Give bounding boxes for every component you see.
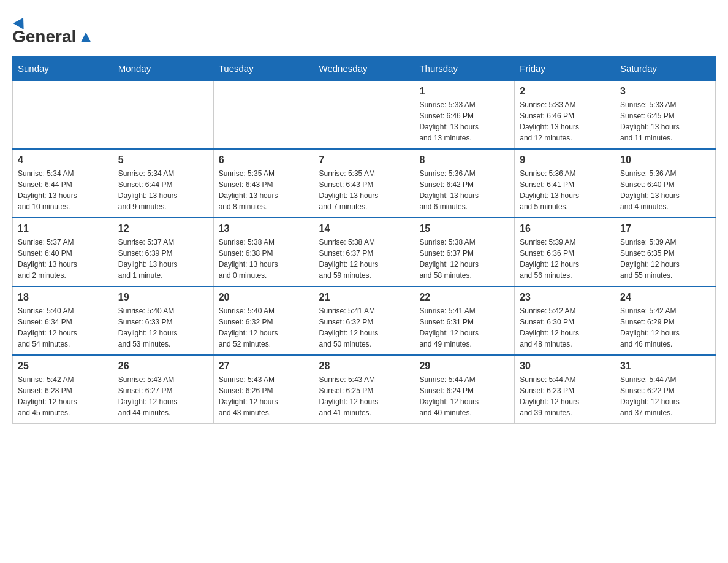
calendar-cell: 2Sunrise: 5:33 AMSunset: 6:46 PMDaylight… [515, 80, 615, 149]
calendar-cell: 18Sunrise: 5:40 AMSunset: 6:34 PMDayligh… [13, 286, 113, 355]
day-info: Sunrise: 5:44 AMSunset: 6:24 PMDaylight:… [419, 374, 509, 418]
day-number: 10 [620, 155, 710, 166]
calendar-cell: 15Sunrise: 5:38 AMSunset: 6:37 PMDayligh… [414, 218, 515, 286]
calendar-cell: 16Sunrise: 5:39 AMSunset: 6:36 PMDayligh… [515, 218, 615, 286]
day-number: 23 [520, 292, 610, 303]
day-info: Sunrise: 5:36 AMSunset: 6:40 PMDaylight:… [620, 168, 710, 212]
calendar-week-row: 4Sunrise: 5:34 AMSunset: 6:44 PMDaylight… [13, 149, 716, 218]
weekday-header: Monday [113, 57, 213, 81]
day-info: Sunrise: 5:38 AMSunset: 6:37 PMDaylight:… [419, 237, 509, 281]
calendar-week-row: 18Sunrise: 5:40 AMSunset: 6:34 PMDayligh… [13, 286, 716, 355]
day-number: 19 [118, 292, 208, 303]
calendar-cell: 17Sunrise: 5:39 AMSunset: 6:35 PMDayligh… [615, 218, 716, 286]
calendar-cell: 25Sunrise: 5:42 AMSunset: 6:28 PMDayligh… [13, 355, 113, 424]
weekday-header-row: SundayMondayTuesdayWednesdayThursdayFrid… [13, 57, 716, 81]
day-info: Sunrise: 5:35 AMSunset: 6:43 PMDaylight:… [219, 168, 309, 212]
day-number: 30 [520, 361, 610, 372]
day-number: 17 [620, 223, 710, 234]
calendar-week-row: 11Sunrise: 5:37 AMSunset: 6:40 PMDayligh… [13, 218, 716, 286]
calendar-cell: 23Sunrise: 5:42 AMSunset: 6:30 PMDayligh… [515, 286, 615, 355]
day-info: Sunrise: 5:38 AMSunset: 6:37 PMDaylight:… [319, 237, 409, 281]
day-info: Sunrise: 5:42 AMSunset: 6:28 PMDaylight:… [18, 374, 108, 418]
day-number: 16 [520, 223, 610, 234]
day-number: 27 [219, 361, 309, 372]
calendar-cell: 24Sunrise: 5:42 AMSunset: 6:29 PMDayligh… [615, 286, 716, 355]
calendar-cell: 3Sunrise: 5:33 AMSunset: 6:45 PMDaylight… [615, 80, 716, 149]
day-info: Sunrise: 5:34 AMSunset: 6:44 PMDaylight:… [18, 168, 108, 212]
calendar-cell: 5Sunrise: 5:34 AMSunset: 6:44 PMDaylight… [113, 149, 213, 218]
day-info: Sunrise: 5:42 AMSunset: 6:30 PMDaylight:… [520, 305, 610, 350]
calendar-cell [213, 80, 314, 149]
calendar-week-row: 1Sunrise: 5:33 AMSunset: 6:46 PMDaylight… [13, 80, 716, 149]
calendar-cell: 12Sunrise: 5:37 AMSunset: 6:39 PMDayligh… [113, 218, 213, 286]
calendar-cell: 9Sunrise: 5:36 AMSunset: 6:41 PMDaylight… [515, 149, 615, 218]
calendar-cell: 4Sunrise: 5:34 AMSunset: 6:44 PMDaylight… [13, 149, 113, 218]
day-number: 8 [419, 155, 509, 166]
day-info: Sunrise: 5:37 AMSunset: 6:40 PMDaylight:… [18, 237, 108, 281]
logo-general-part: General [12, 27, 76, 46]
day-info: Sunrise: 5:39 AMSunset: 6:35 PMDaylight:… [620, 237, 710, 281]
day-number: 14 [319, 223, 409, 234]
day-info: Sunrise: 5:44 AMSunset: 6:22 PMDaylight:… [620, 374, 710, 418]
calendar-cell: 26Sunrise: 5:43 AMSunset: 6:27 PMDayligh… [113, 355, 213, 424]
day-info: Sunrise: 5:40 AMSunset: 6:33 PMDaylight:… [118, 305, 208, 350]
calendar-cell [314, 80, 414, 149]
day-info: Sunrise: 5:33 AMSunset: 6:46 PMDaylight:… [419, 99, 509, 144]
day-number: 26 [118, 361, 208, 372]
calendar-cell [13, 80, 113, 149]
day-number: 6 [219, 155, 309, 166]
day-number: 20 [219, 292, 309, 303]
calendar-cell: 20Sunrise: 5:40 AMSunset: 6:32 PMDayligh… [213, 286, 314, 355]
calendar-cell: 8Sunrise: 5:36 AMSunset: 6:42 PMDaylight… [414, 149, 515, 218]
calendar-cell: 13Sunrise: 5:38 AMSunset: 6:38 PMDayligh… [213, 218, 314, 286]
calendar-cell: 27Sunrise: 5:43 AMSunset: 6:26 PMDayligh… [213, 355, 314, 424]
day-number: 25 [18, 361, 108, 372]
day-number: 13 [219, 223, 309, 234]
day-info: Sunrise: 5:39 AMSunset: 6:36 PMDaylight:… [520, 237, 610, 281]
calendar-cell: 22Sunrise: 5:41 AMSunset: 6:31 PMDayligh… [414, 286, 515, 355]
day-info: Sunrise: 5:44 AMSunset: 6:23 PMDaylight:… [520, 374, 610, 418]
calendar-cell: 19Sunrise: 5:40 AMSunset: 6:33 PMDayligh… [113, 286, 213, 355]
weekday-header: Wednesday [314, 57, 414, 81]
day-number: 18 [18, 292, 108, 303]
calendar-cell [113, 80, 213, 149]
day-number: 29 [419, 361, 509, 372]
day-number: 4 [18, 155, 108, 166]
day-info: Sunrise: 5:36 AMSunset: 6:42 PMDaylight:… [419, 168, 509, 212]
day-number: 3 [620, 86, 710, 97]
day-number: 5 [118, 155, 208, 166]
calendar-cell: 21Sunrise: 5:41 AMSunset: 6:32 PMDayligh… [314, 286, 414, 355]
day-info: Sunrise: 5:42 AMSunset: 6:29 PMDaylight:… [620, 305, 710, 350]
calendar-cell: 28Sunrise: 5:43 AMSunset: 6:25 PMDayligh… [314, 355, 414, 424]
day-info: Sunrise: 5:41 AMSunset: 6:32 PMDaylight:… [319, 305, 409, 350]
weekday-header: Thursday [414, 57, 515, 81]
day-number: 28 [319, 361, 409, 372]
calendar-week-row: 25Sunrise: 5:42 AMSunset: 6:28 PMDayligh… [13, 355, 716, 424]
calendar-cell: 29Sunrise: 5:44 AMSunset: 6:24 PMDayligh… [414, 355, 515, 424]
day-info: Sunrise: 5:41 AMSunset: 6:31 PMDaylight:… [419, 305, 509, 350]
day-number: 1 [419, 86, 509, 97]
day-number: 22 [419, 292, 509, 303]
day-number: 7 [319, 155, 409, 166]
day-info: Sunrise: 5:33 AMSunset: 6:45 PMDaylight:… [620, 99, 710, 144]
day-number: 9 [520, 155, 610, 166]
day-info: Sunrise: 5:33 AMSunset: 6:46 PMDaylight:… [520, 99, 610, 144]
day-number: 24 [620, 292, 710, 303]
day-number: 12 [118, 223, 208, 234]
calendar-cell: 11Sunrise: 5:37 AMSunset: 6:40 PMDayligh… [13, 218, 113, 286]
day-number: 21 [319, 292, 409, 303]
day-info: Sunrise: 5:40 AMSunset: 6:32 PMDaylight:… [219, 305, 309, 350]
logo: General▲ [12, 12, 94, 44]
calendar-cell: 7Sunrise: 5:35 AMSunset: 6:43 PMDaylight… [314, 149, 414, 218]
day-info: Sunrise: 5:34 AMSunset: 6:44 PMDaylight:… [118, 168, 208, 212]
page-header: General▲ [12, 12, 716, 44]
day-info: Sunrise: 5:38 AMSunset: 6:38 PMDaylight:… [219, 237, 309, 281]
day-info: Sunrise: 5:40 AMSunset: 6:34 PMDaylight:… [18, 305, 108, 350]
weekday-header: Tuesday [213, 57, 314, 81]
logo-triangle-shape: ▲ [77, 27, 94, 46]
weekday-header: Sunday [13, 57, 113, 81]
calendar-cell: 31Sunrise: 5:44 AMSunset: 6:22 PMDayligh… [615, 355, 716, 424]
calendar-cell: 30Sunrise: 5:44 AMSunset: 6:23 PMDayligh… [515, 355, 615, 424]
day-info: Sunrise: 5:43 AMSunset: 6:25 PMDaylight:… [319, 374, 409, 418]
day-number: 11 [18, 223, 108, 234]
